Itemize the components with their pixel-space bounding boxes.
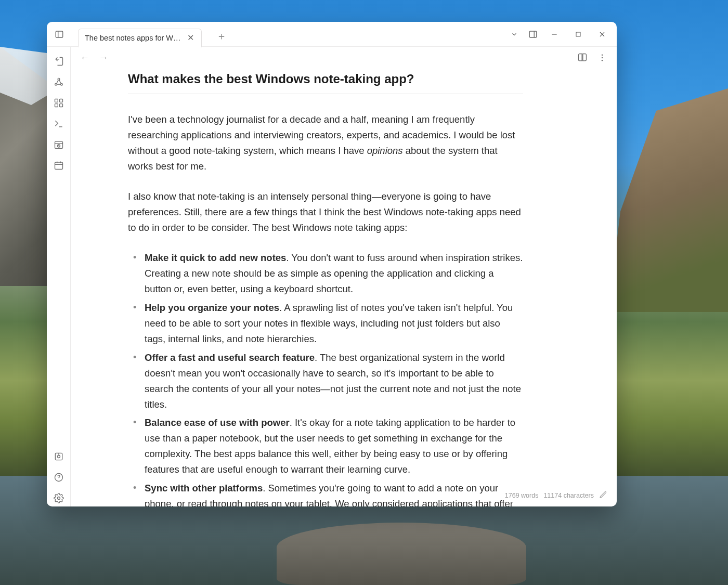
edit-mode-icon[interactable] bbox=[599, 490, 607, 500]
divider bbox=[128, 94, 523, 94]
svg-rect-11 bbox=[55, 99, 58, 102]
svg-rect-12 bbox=[59, 99, 62, 102]
bullet-title: Sync with other platforms bbox=[145, 483, 263, 493]
svg-rect-13 bbox=[55, 104, 58, 107]
vault-icon[interactable] bbox=[50, 448, 67, 465]
new-tab-button[interactable]: ＋ bbox=[214, 29, 229, 44]
svg-point-31 bbox=[602, 60, 603, 61]
paragraph-2: I also know that note-taking is an inten… bbox=[128, 189, 523, 236]
list-item: Offer a fast and useful search feature. … bbox=[141, 350, 523, 412]
wallpaper-rock bbox=[277, 523, 526, 585]
document-heading: What makes the best Windows note-taking … bbox=[128, 72, 588, 86]
settings-icon[interactable] bbox=[50, 490, 67, 506]
titlebar: The best notes apps for W… ✕ ＋ bbox=[47, 22, 617, 47]
tab-active[interactable]: The best notes apps for W… ✕ bbox=[78, 29, 202, 47]
status-bar: 1769 words 11174 characters bbox=[504, 488, 608, 502]
window-close-button[interactable] bbox=[591, 25, 614, 43]
bullet-title: Offer a fast and useful search feature bbox=[145, 352, 315, 363]
window-minimize-button[interactable] bbox=[543, 25, 566, 43]
command-palette-icon[interactable] bbox=[50, 115, 67, 132]
svg-rect-5 bbox=[576, 32, 580, 36]
svg-point-10 bbox=[60, 83, 62, 85]
svg-rect-2 bbox=[529, 31, 537, 37]
paragraph-1-em: opinions bbox=[367, 145, 403, 156]
svg-rect-0 bbox=[56, 31, 63, 37]
app-window: The best notes apps for W… ✕ ＋ bbox=[47, 22, 617, 506]
bullet-list: Make it quick to add new notes. You don'… bbox=[128, 250, 523, 506]
bullet-title: Balance ease of use with power bbox=[145, 417, 290, 428]
status-word-count[interactable]: 1769 words bbox=[505, 492, 539, 499]
note-toolbar: ← → bbox=[71, 47, 617, 69]
list-item: Balance ease of use with power. It's oka… bbox=[141, 415, 523, 477]
svg-point-24 bbox=[57, 456, 60, 458]
paragraph-1: I've been a technology journalist for a … bbox=[128, 112, 523, 174]
calendar-icon[interactable] bbox=[50, 157, 67, 174]
daily-note-icon[interactable] bbox=[50, 136, 67, 153]
desktop-background: The best notes apps for W… ✕ ＋ bbox=[0, 0, 728, 585]
quick-switcher-icon[interactable] bbox=[50, 53, 67, 70]
main-area: ← → What makes the best Windows note-ta bbox=[71, 47, 617, 506]
list-item: Help you organize your notes. A sprawlin… bbox=[141, 300, 523, 347]
left-rail bbox=[47, 47, 71, 506]
window-maximize-button[interactable] bbox=[567, 25, 590, 43]
nav-back-button[interactable]: ← bbox=[78, 51, 92, 64]
nav-forward-button[interactable]: → bbox=[97, 51, 110, 64]
tab-menu-chevron-icon[interactable] bbox=[505, 25, 523, 43]
graph-view-icon[interactable] bbox=[50, 74, 67, 90]
svg-point-29 bbox=[602, 55, 603, 56]
svg-point-8 bbox=[58, 78, 60, 80]
bullet-title: Help you organize your notes bbox=[145, 302, 279, 313]
svg-rect-19 bbox=[55, 162, 62, 169]
list-item: Sync with other platforms. Sometimes you… bbox=[141, 480, 523, 506]
more-options-icon[interactable] bbox=[595, 50, 609, 65]
help-icon[interactable] bbox=[50, 469, 67, 486]
reading-mode-icon[interactable] bbox=[575, 50, 590, 65]
status-char-count[interactable]: 11174 characters bbox=[543, 492, 594, 499]
svg-point-30 bbox=[602, 57, 603, 58]
svg-point-9 bbox=[55, 83, 57, 85]
editor-content[interactable]: What makes the best Windows note-taking … bbox=[71, 69, 617, 506]
tab-close-icon[interactable]: ✕ bbox=[186, 33, 195, 43]
list-item: Make it quick to add new notes. You don'… bbox=[141, 250, 523, 297]
bullet-title: Make it quick to add new notes bbox=[145, 252, 286, 263]
svg-rect-14 bbox=[59, 104, 62, 107]
tab-title: The best notes apps for W… bbox=[85, 34, 181, 42]
svg-point-28 bbox=[57, 497, 60, 500]
canvas-icon[interactable] bbox=[50, 95, 67, 111]
sidebar-toggle-button[interactable] bbox=[52, 27, 67, 42]
panel-right-toggle-button[interactable] bbox=[524, 25, 542, 43]
wallpaper-right-hill bbox=[608, 88, 728, 312]
